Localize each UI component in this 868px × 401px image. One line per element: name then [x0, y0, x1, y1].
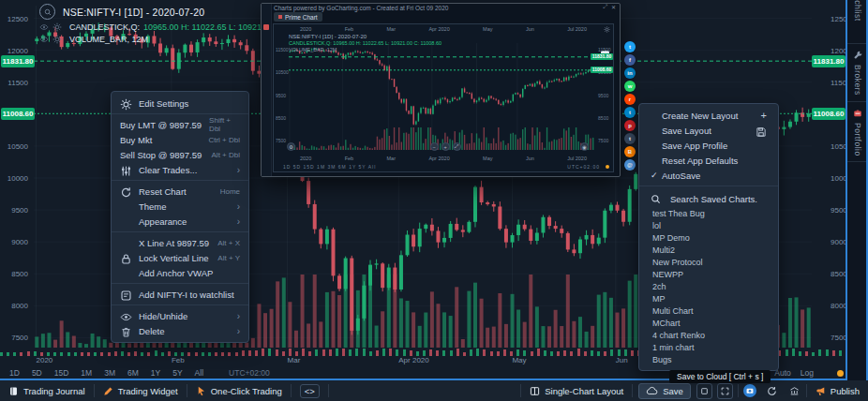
sidebar-tab-portfolio[interactable]: Portfolio — [847, 102, 868, 163]
timeframe-button-5d[interactable]: 5D — [32, 368, 42, 378]
fullscreen-button[interactable] — [717, 383, 733, 399]
sidebar-tab-brokers[interactable]: Brokers — [847, 44, 868, 102]
timeframe-button-1d[interactable]: 1D — [9, 368, 20, 378]
saved-chart-item[interactable]: lol — [639, 220, 778, 232]
save-button[interactable]: Save — [638, 383, 691, 399]
saved-chart-item[interactable]: MP Demo — [639, 232, 778, 245]
visibility-icon[interactable] — [39, 35, 49, 44]
saved-chart-item[interactable]: NEWPP — [639, 269, 778, 281]
menu-item-label: Reset App Defaults — [662, 156, 738, 166]
context-menu-item-theme[interactable]: Theme› — [112, 199, 248, 214]
toolbar-journal-button[interactable]: Trading Journal — [0, 380, 94, 401]
popup-time-label: Jul 2020 — [567, 156, 587, 161]
saved-charts-search[interactable] — [639, 189, 778, 208]
toolbar-pencil-button[interactable]: Trading Widget — [95, 380, 187, 401]
popup-camera-control[interactable]: ◉ — [580, 142, 589, 151]
context-menu-item-buy-mkt[interactable]: Buy MktCtrl + Dbl — [112, 132, 248, 147]
timeframe-button-1y[interactable]: 1Y — [151, 368, 160, 378]
toolbar-pointer-button[interactable]: One-Click Trading — [187, 380, 291, 401]
share-pinterest-button[interactable]: p — [624, 120, 636, 131]
timezone-label[interactable]: UTC+02:00 — [229, 368, 270, 378]
saved-chart-item[interactable]: 4 chart Renko — [639, 330, 778, 342]
saved-chart-preview-popup[interactable]: Charts powered by GoCharting.com - Creat… — [261, 3, 621, 177]
share-facebook-button[interactable]: f — [624, 54, 636, 66]
saved-chart-item[interactable]: test Thea Bug — [639, 208, 778, 220]
sidebar-tab-watchlist[interactable]: Watchlist — [847, 0, 868, 44]
save-menu-item-autosave[interactable]: ✓AutoSave — [639, 168, 778, 183]
share-telegram-button[interactable]: t — [624, 107, 636, 118]
single-chart-layout-button[interactable]: Single-Chart Layout — [521, 380, 632, 401]
saved-chart-item[interactable]: MChart — [639, 318, 778, 330]
camera-button[interactable] — [743, 384, 756, 397]
symbol-title[interactable]: NSE:NIFTY-I [1D] - 2020-07-20 — [63, 7, 204, 18]
saved-chart-item[interactable]: Bugs — [639, 354, 778, 366]
share-whatsapp-button[interactable]: w — [624, 81, 636, 92]
popup-time-label: 2020 — [300, 156, 311, 161]
popup-tab-prime-chart[interactable]: Prime Chart — [274, 12, 322, 22]
context-menu-item-lock-vertical-line[interactable]: Lock Vertical LineAlt + Y — [112, 250, 248, 265]
scrubber-bar — [262, 349, 264, 356]
refresh-button[interactable] — [766, 384, 779, 397]
context-menu-item-add-anchor-vwap[interactable]: Add Anchor VWAP — [112, 265, 248, 280]
share-tumblr-button[interactable]: t — [624, 133, 636, 144]
context-menu-item-hide-unhide[interactable]: Hide/Unhide› — [112, 308, 248, 323]
saved-chart-item[interactable]: Multi2 — [639, 245, 778, 257]
popup-zoom-button[interactable]: + — [441, 142, 450, 151]
log-scale-toggle[interactable]: Log — [801, 368, 814, 378]
submenu-chevron-icon: › — [230, 216, 240, 227]
context-menu-item-add-nifty-i-to-watchlist[interactable]: Add NIFTY-I to watchlist — [112, 287, 248, 302]
exchange-button[interactable] — [788, 384, 801, 397]
popup-window-icon[interactable]: ✕ — [611, 4, 616, 10]
saved-charts-search-input[interactable] — [668, 193, 775, 205]
context-menu-item-clear-trades[interactable]: Clear Trades...› — [112, 162, 248, 177]
save-menu-item-create-new-layout[interactable]: Create New Layout+ — [639, 108, 778, 123]
share-blogger-button[interactable]: B — [624, 146, 636, 157]
save-menu-item-save-app-profile[interactable]: Save App Profile — [639, 138, 778, 153]
context-menu-item-appearance[interactable]: Appearance› — [112, 214, 248, 229]
volume-settings-icon[interactable] — [52, 35, 62, 44]
save-menu-item-reset-app-defaults[interactable]: Reset App Defaults — [639, 153, 778, 168]
popup-window-icon[interactable]: ⤢ — [603, 4, 607, 10]
timeframe-button-15d[interactable]: 15D — [54, 368, 69, 378]
timeframe-button-all[interactable]: All — [195, 368, 203, 378]
popup-gear-icon[interactable] — [604, 26, 610, 33]
popup-price-badge: 11008.60 — [591, 67, 613, 73]
share-linkedin-button[interactable]: in — [624, 67, 636, 79]
context-menu-item-delete[interactable]: Delete› — [112, 323, 248, 338]
visibility-icon[interactable] — [39, 22, 49, 32]
menu-shortcut: Alt + X — [210, 239, 240, 247]
timeframe-button-1m[interactable]: 1M — [81, 368, 92, 378]
screenshot-button[interactable] — [696, 383, 712, 399]
context-menu-item-edit-settings[interactable]: Edit Settings — [112, 96, 248, 111]
share-email-button[interactable]: @ — [624, 159, 636, 171]
symbol-search-icon[interactable] — [39, 4, 55, 20]
timeframe-button-3m[interactable]: 3M — [104, 368, 115, 378]
timeframe-button-5y[interactable]: 5Y — [172, 368, 182, 378]
scrubber-bar — [456, 349, 459, 356]
context-menu-item-buy-lmt-9897-59[interactable]: Buy LMT @ 9897.59Shift + Dbl — [112, 117, 248, 132]
popup-title-icons[interactable]: ⤢✕ — [603, 4, 616, 10]
save-menu-item-save-layout[interactable]: Save Layout — [639, 123, 778, 138]
popup-zoom-controls[interactable]: −+⤢ — [430, 142, 461, 151]
popup-time-label: Jun — [526, 26, 534, 32]
saved-chart-item[interactable]: 2ch — [639, 281, 778, 293]
toolbar-code-button[interactable]: <> — [292, 380, 328, 401]
context-menu-item-x-line-at-9897-59[interactable]: X Line At 9897.59Alt + X — [112, 235, 248, 250]
share-reddit-button[interactable]: r — [624, 94, 636, 105]
publish-button[interactable]: Publish — [807, 380, 868, 401]
popup-price-label: 8500 — [598, 115, 611, 121]
saved-chart-item[interactable]: 1 min chart — [639, 342, 778, 354]
context-menu-item-sell-stop-9897-59[interactable]: Sell Stop @ 9897.59Alt + Dbl — [112, 147, 248, 162]
saved-chart-item[interactable]: Multi Chart — [639, 305, 778, 318]
popup-settings-control[interactable]: ⚙ — [287, 142, 295, 151]
scrubber-bar — [322, 349, 325, 356]
context-menu-item-reset-chart[interactable]: Reset ChartHome — [112, 184, 248, 199]
saved-chart-item[interactable]: MP — [639, 293, 778, 305]
saved-chart-item[interactable]: New Protocol — [639, 257, 778, 269]
popup-zoom-button[interactable]: ⤢ — [453, 142, 461, 151]
popup-title: Charts powered by GoCharting.com - Creat… — [274, 5, 448, 11]
series-settings-icon[interactable] — [52, 22, 62, 32]
popup-zoom-button[interactable]: − — [430, 142, 439, 151]
timeframe-button-6m[interactable]: 6M — [127, 368, 139, 378]
share-twitter-button[interactable]: t — [624, 41, 636, 52]
